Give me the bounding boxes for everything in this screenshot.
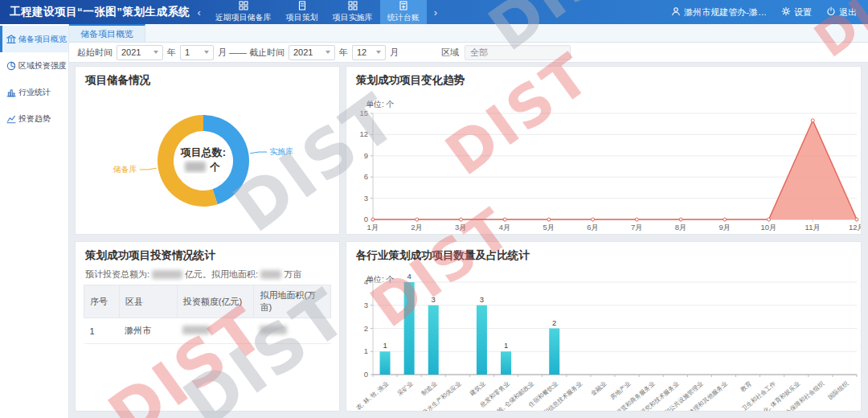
panel-industry-stats: 各行业策划成功项目数量及占比统计 单位: 个 012341农, 林, 牧, 渔业…: [346, 241, 862, 412]
nav-item-3[interactable]: 统计台账: [380, 0, 427, 24]
summary-text: 万亩: [284, 268, 301, 281]
data-point[interactable]: [855, 218, 858, 221]
nav-prev-chevron-icon[interactable]: ‹: [198, 6, 201, 18]
x-axis-label: 2月: [411, 223, 423, 232]
data-point[interactable]: [811, 119, 814, 122]
data-point[interactable]: [503, 218, 506, 221]
chevron-down-icon: [204, 51, 209, 54]
sidebar-item-label: 区域投资强度: [18, 60, 67, 72]
x-axis-label: 5月: [543, 223, 555, 232]
x-axis-label: 10月: [761, 223, 777, 232]
bar[interactable]: [428, 305, 439, 375]
x-axis-label: 8月: [675, 223, 687, 232]
donut-label-line: [250, 152, 267, 154]
bar[interactable]: [380, 351, 391, 375]
y-axis-label: 12: [359, 129, 368, 138]
data-point[interactable]: [635, 218, 638, 221]
investment-summary: 预计投资总额为: 亿元。拟用地面积: 万亩: [85, 268, 301, 281]
redacted-value: [152, 270, 182, 279]
main-area: 储备项目概览 起始时间 2021 年 1 月 —— 截止时间 2021 年 12…: [69, 24, 868, 418]
nav-next-chevron-icon[interactable]: ›: [434, 6, 437, 18]
bar[interactable]: [501, 351, 511, 375]
data-point[interactable]: [723, 218, 727, 221]
sidebar-item-1[interactable]: 区域投资强度: [0, 52, 68, 79]
settings-label: 设置: [794, 6, 812, 18]
bar-value-label: 4: [407, 272, 411, 281]
x-axis-label: 1月: [367, 223, 379, 232]
data-point[interactable]: [592, 218, 595, 221]
sidebar: 储备项目概览区域投资强度行业统计投资趋势: [0, 24, 69, 418]
panel-project-reserve: 项目储备情况 实施库储备库项目总数:个: [75, 66, 340, 235]
x-axis-label: 7月: [631, 223, 643, 232]
table-header: 序号: [84, 285, 120, 318]
chevron-down-icon: [376, 51, 381, 54]
data-point[interactable]: [768, 218, 771, 221]
y-axis-label: 2: [364, 324, 368, 333]
summary-text: 亿元。拟用地面积:: [185, 268, 258, 281]
table-body: 1滁州市: [84, 318, 331, 344]
area-fill: [373, 121, 857, 219]
user-icon: [671, 6, 681, 16]
region-input[interactable]: 全部: [465, 45, 571, 60]
bar-value-label: 2: [552, 318, 556, 327]
logout-button[interactable]: 退出: [826, 6, 857, 18]
user-menu[interactable]: 滁州市规建管办-滁…: [671, 6, 767, 18]
power-icon: [826, 6, 836, 18]
x-axis-label: 3月: [455, 223, 467, 232]
table-head: 序号区县投资额度(亿元)拟用地面积(万亩): [84, 285, 331, 318]
data-point[interactable]: [416, 218, 419, 221]
region-label: 区域: [441, 47, 459, 59]
power-icon: [826, 6, 836, 16]
bar-value-label: 1: [383, 341, 387, 350]
table-cell: 1: [84, 318, 120, 344]
month-unit-label: 月: [390, 47, 399, 59]
x-axis-label: 12月: [849, 223, 861, 232]
gear-icon: [781, 6, 791, 18]
table-row: 1滁州市: [84, 318, 331, 344]
settings-button[interactable]: 设置: [781, 6, 812, 18]
nav-item-2[interactable]: 项目实施库: [326, 0, 380, 24]
donut-label-line: [140, 168, 157, 170]
month-unit-label: 月: [218, 47, 227, 59]
bar-value-label: 1: [504, 341, 508, 350]
bar[interactable]: [477, 305, 487, 375]
x-axis-label: 11月: [805, 223, 821, 232]
sidebar-item-label: 投资趋势: [18, 113, 51, 125]
y-axis-label: 0: [364, 370, 368, 379]
top-bar: 工程建设项目“一张图”策划生成系统 ‹ 近期项目储备库项目策划项目实施库统计台账…: [0, 0, 868, 24]
end-month-select[interactable]: 12: [352, 45, 386, 60]
bar[interactable]: [549, 329, 559, 375]
grid-icon: [239, 1, 248, 10]
start-month-select[interactable]: 1: [180, 45, 214, 60]
bar[interactable]: [404, 282, 415, 375]
start-time-label: 起始时间: [77, 47, 113, 59]
start-year-select[interactable]: 2021: [117, 45, 163, 60]
donut-center-title: 项目总数:: [180, 146, 226, 158]
nav-item-1[interactable]: 项目策划: [279, 0, 326, 24]
x-axis-label: 教育: [739, 379, 754, 393]
data-point[interactable]: [679, 218, 682, 221]
data-point[interactable]: [459, 218, 462, 221]
x-axis-label: 制造业: [420, 379, 439, 397]
sidebar-item-2[interactable]: 行业统计: [0, 79, 68, 105]
grid-icon: [348, 1, 358, 10]
panel-success-trend: 策划成功项目变化趋势 单位: 个 036912151月2月3月4月5月6月7月8…: [346, 66, 862, 235]
bar-chart: 012341农, 林, 牧, 渔业4采矿业3制造业电力, 热力, 燃气及水生产和…: [346, 242, 861, 411]
trend-chart-icon: [6, 114, 16, 124]
bar-value-label: 3: [480, 295, 484, 304]
tab-reserve-overview[interactable]: 储备项目概览: [69, 24, 145, 42]
x-axis-label: 6月: [587, 223, 599, 232]
sidebar-item-3[interactable]: 投资趋势: [0, 105, 68, 132]
area-chart: 036912151月2月3月4月5月6月7月8月9月10月11月12月: [346, 67, 861, 234]
redacted-value: [182, 326, 210, 334]
nav-item-0[interactable]: 近期项目储备库: [208, 0, 279, 24]
tab-bar: 储备项目概览: [69, 24, 868, 43]
table-cell: [254, 318, 331, 344]
donut-label: 储备库: [113, 165, 137, 174]
x-axis-label: 农, 林, 牧, 渔业: [354, 379, 390, 411]
data-point[interactable]: [371, 218, 375, 221]
end-year-select[interactable]: 2021: [289, 45, 335, 60]
data-point[interactable]: [547, 218, 551, 221]
sidebar-item-0[interactable]: 储备项目概览: [0, 26, 68, 52]
dashboard-content: 项目储备情况 实施库储备库项目总数:个 策划成功项目变化趋势 单位: 个 036…: [69, 61, 868, 418]
